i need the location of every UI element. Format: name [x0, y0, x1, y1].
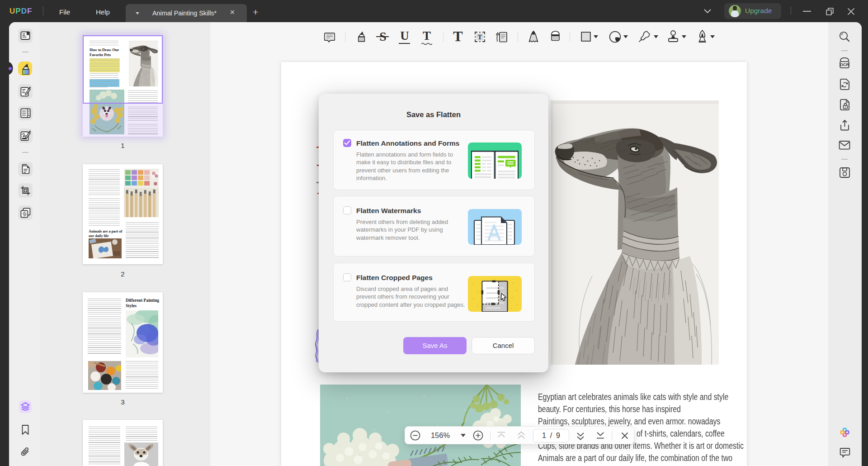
svg-text:T: T — [478, 34, 482, 41]
svg-text:OCR: OCR — [840, 62, 849, 67]
